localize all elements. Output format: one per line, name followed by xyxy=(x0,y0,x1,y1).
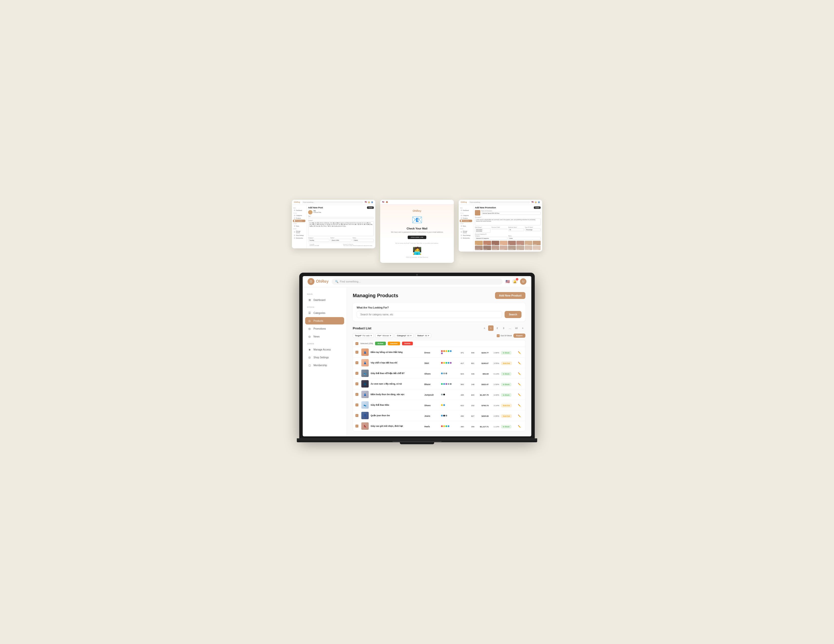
row-checkbox-7[interactable]: ✓ xyxy=(356,425,359,427)
row-checkbox-5[interactable]: ✓ xyxy=(356,403,359,406)
product-action-col-4[interactable]: ✏️ xyxy=(518,392,523,396)
pagination-prev[interactable]: « xyxy=(482,325,487,331)
panel-post-create-btn[interactable]: Create xyxy=(367,206,374,209)
sidebar-item-promotions[interactable]: ◎ Promotions xyxy=(305,325,344,332)
sidebar-dashboard[interactable]: Dashboard xyxy=(293,209,305,212)
panel-promo-create-btn[interactable]: Create xyxy=(534,206,541,209)
post-status-input[interactable]: Publish xyxy=(352,239,374,242)
promo-daterange-input[interactable]: 24/11/2021 - 02/11/2021 xyxy=(475,228,491,233)
sidebar-news[interactable]: News xyxy=(293,225,305,227)
checkbox-1[interactable]: ✓ xyxy=(356,361,358,364)
user-avatar[interactable]: U xyxy=(520,278,526,285)
row-checkbox-3[interactable]: ✓ xyxy=(356,382,359,385)
sidebar-item-shop-settings[interactable]: ◎ Shop Settings xyxy=(305,354,344,361)
product-action-col-5[interactable]: ✏️ xyxy=(518,403,523,407)
row-checkbox-0[interactable]: ✓ xyxy=(356,351,359,354)
filter-status[interactable]: Status* All ▾ xyxy=(415,333,431,338)
checkbox-3[interactable]: ✓ xyxy=(356,382,358,385)
promo-sidebar-promotions[interactable]: Promotions xyxy=(460,220,472,222)
row-checkbox-2[interactable]: ✓ xyxy=(356,372,359,375)
active-btn[interactable]: Active xyxy=(375,341,386,345)
notification-icon[interactable]: 🔔 9 xyxy=(512,279,517,284)
sidebar-item-membership[interactable]: ◻ Membership xyxy=(305,361,344,369)
checkbox-4[interactable]: ✓ xyxy=(356,393,358,396)
email-open-link-btn[interactable]: OPEN EMAIL LINK xyxy=(408,236,426,239)
promo-discountcode-input[interactable] xyxy=(491,228,507,230)
out-of-stock-toggle[interactable]: ✓ Out Of Stock xyxy=(497,334,512,337)
checkbox-0[interactable]: ✓ xyxy=(356,351,358,354)
sidebar-item-categories[interactable]: ☰ Categories xyxy=(305,309,344,317)
sidebar-manage-access[interactable]: Manage Access xyxy=(293,230,305,234)
row-checkbox-4[interactable]: ✓ xyxy=(356,393,359,396)
pagination-page-3[interactable]: 3 xyxy=(501,325,506,331)
promo-cat-input[interactable]: Selected 16 Categories xyxy=(475,237,508,240)
sidebar-promotions[interactable]: Promotions xyxy=(293,220,305,222)
promo-cat-icon xyxy=(461,215,462,216)
promo-sidebar-dashboard[interactable]: Dashboard xyxy=(460,209,472,212)
sidebar-categories[interactable]: Categories xyxy=(293,214,305,217)
promo-sidebar-products[interactable]: Products xyxy=(460,217,472,219)
checkbox-5[interactable]: ✓ xyxy=(356,403,358,406)
inactive-btn[interactable]: Inactive xyxy=(388,341,400,345)
sidebar-membership[interactable]: Membership xyxy=(293,237,305,239)
post-author-input[interactable]: Sharon Griffin xyxy=(330,239,352,242)
filter-for[interactable]: For* Woman ▾ xyxy=(375,333,393,338)
promo-sidebar-settings[interactable]: Shop Settings xyxy=(460,234,472,236)
product-action-col-7[interactable]: ✏️ xyxy=(518,424,523,428)
promo-cat-thumb-16: Casual Wear xyxy=(533,246,541,250)
promo-name-input[interactable]: Summer Special 50% Off Price xyxy=(481,212,541,215)
sidebar-item-dashboard[interactable]: ⊞ Dashboard xyxy=(305,296,344,304)
pagination: « 1 2 3 ... 10 » xyxy=(482,325,525,331)
promo-reduced-input[interactable]: All xyxy=(508,228,524,231)
product-percent-col-5: 3.14% xyxy=(491,403,499,407)
out-of-stock-checkbox[interactable]: ✓ xyxy=(497,334,499,337)
checkbox-6[interactable]: ✓ xyxy=(356,414,358,417)
post-content-textarea[interactable]: Có nhiều văn bản Zahara và Blahnik, nhìn… xyxy=(308,222,374,236)
pagination-page-1[interactable]: 1 xyxy=(488,325,493,331)
row-checkbox-6[interactable]: ✓ xyxy=(356,414,359,417)
add-new-product-btn[interactable]: Add New Product xyxy=(495,292,525,299)
product-action-col-2[interactable]: ✏️ xyxy=(518,371,523,375)
pagination-page-10[interactable]: 10 xyxy=(514,325,519,331)
export-btn[interactable]: Export xyxy=(513,333,525,338)
sidebar-item-manage-access[interactable]: ◈ Manage Access xyxy=(305,346,344,353)
select-all-checkbox[interactable]: ✓ xyxy=(356,342,358,345)
edit-icon-5[interactable]: ✏️ xyxy=(518,404,521,407)
product-price-col-2: $52.69 xyxy=(476,371,489,375)
edit-icon-7[interactable]: ✏️ xyxy=(518,425,521,428)
post-title-input[interactable] xyxy=(308,217,374,218)
sidebar-item-news[interactable]: ◎ News xyxy=(305,333,344,340)
promo-type-input[interactable]: Percentage xyxy=(525,228,541,231)
edit-icon-2[interactable]: ✏️ xyxy=(518,372,521,375)
product-action-col-1[interactable]: ✏️ xyxy=(518,361,523,365)
promo-sidebar-news[interactable]: News xyxy=(460,225,472,227)
promo-sidebar-manage[interactable]: Manage Access xyxy=(460,230,472,234)
pagination-page-2[interactable]: 2 xyxy=(495,325,500,331)
edit-icon-4[interactable]: ✏️ xyxy=(518,393,521,396)
checkbox-2[interactable]: ✓ xyxy=(356,372,358,375)
product-action-col-6[interactable]: ✏️ xyxy=(518,413,523,418)
checkbox-7[interactable]: ✓ xyxy=(356,425,358,427)
search-input[interactable] xyxy=(357,311,502,318)
promo-desc-textarea[interactable]: Lorem ipsum is placeholder text commonly… xyxy=(475,218,541,225)
app-search-bar[interactable]: 🔍 Find something... xyxy=(331,278,503,285)
delete-btn[interactable]: Delete xyxy=(402,341,413,345)
sidebar-products[interactable]: Products xyxy=(293,217,305,219)
promo-sidebar-membership[interactable]: Membership xyxy=(460,237,472,239)
promo-status-input[interactable]: Active xyxy=(508,237,541,240)
post-category-input[interactable]: Trending xyxy=(308,239,330,242)
search-btn[interactable]: Search xyxy=(504,311,522,318)
promo-sidebar-categories[interactable]: Categories xyxy=(460,214,472,217)
edit-icon-1[interactable]: ✏️ xyxy=(518,362,521,364)
filter-target[interactable]: Target* For sale ▾ xyxy=(353,333,374,338)
product-action-col-3[interactable]: ✏️ xyxy=(518,382,523,386)
edit-icon-3[interactable]: ✏️ xyxy=(518,383,521,385)
edit-icon-6[interactable]: ✏️ xyxy=(518,414,521,417)
sidebar-shop-settings[interactable]: Shop Settings xyxy=(293,234,305,236)
edit-icon-0[interactable]: ✏️ xyxy=(518,351,521,354)
pagination-next[interactable]: » xyxy=(520,325,525,331)
row-checkbox-1[interactable]: ✓ xyxy=(356,361,359,364)
filter-category[interactable]: Category* All ▾ xyxy=(395,333,414,338)
sidebar-item-products[interactable]: ◎ Products xyxy=(305,317,344,324)
product-action-col-0[interactable]: ✏️ xyxy=(518,350,523,354)
